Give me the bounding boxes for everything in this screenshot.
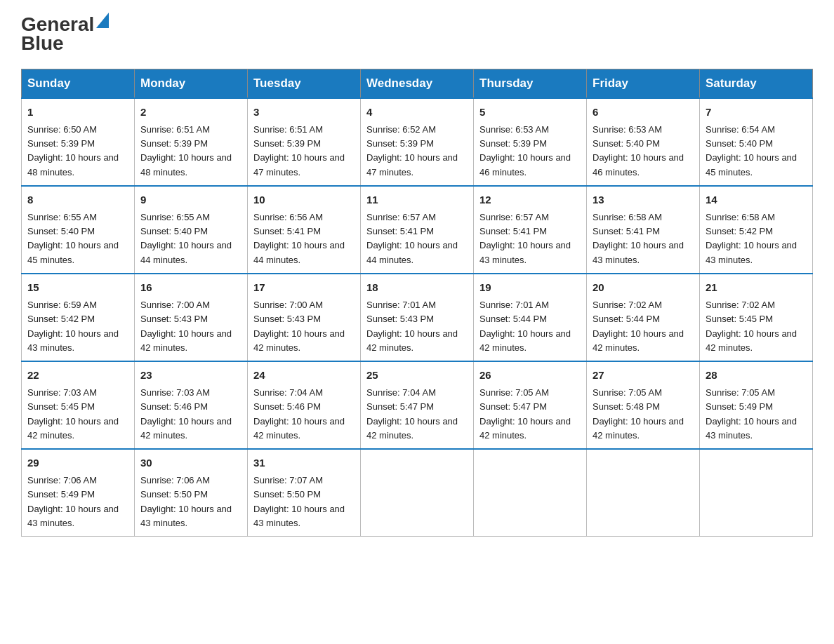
day-number: 29 [27, 455, 128, 471]
day-number: 4 [366, 105, 468, 121]
day-info: Sunrise: 7:07 AMSunset: 5:50 PMDaylight:… [253, 474, 355, 530]
day-info: Sunrise: 7:05 AMSunset: 5:48 PMDaylight:… [593, 386, 694, 443]
day-info: Sunrise: 7:02 AMSunset: 5:45 PMDaylight:… [706, 298, 807, 355]
day-info: Sunrise: 6:58 AMSunset: 5:42 PMDaylight:… [706, 210, 807, 267]
calendar-cell: 6Sunrise: 6:53 AMSunset: 5:40 PMDaylight… [587, 98, 700, 186]
calendar-cell: 30Sunrise: 7:06 AMSunset: 5:50 PMDayligh… [135, 449, 248, 537]
calendar-cell: 21Sunrise: 7:02 AMSunset: 5:45 PMDayligh… [700, 274, 813, 361]
day-info: Sunrise: 7:01 AMSunset: 5:43 PMDaylight:… [366, 298, 468, 355]
day-info: Sunrise: 7:01 AMSunset: 5:44 PMDaylight:… [479, 298, 581, 355]
header-saturday: Saturday [700, 69, 813, 98]
day-number: 11 [366, 192, 468, 208]
day-number: 28 [706, 368, 807, 384]
day-info: Sunrise: 6:57 AMSunset: 5:41 PMDaylight:… [479, 210, 581, 267]
day-info: Sunrise: 6:58 AMSunset: 5:41 PMDaylight:… [593, 210, 694, 267]
day-number: 26 [479, 368, 581, 384]
day-info: Sunrise: 7:03 AMSunset: 5:46 PMDaylight:… [140, 386, 241, 443]
day-info: Sunrise: 6:53 AMSunset: 5:40 PMDaylight:… [593, 123, 694, 180]
calendar-cell: 24Sunrise: 7:04 AMSunset: 5:46 PMDayligh… [248, 361, 361, 449]
calendar-cell: 15Sunrise: 6:59 AMSunset: 5:42 PMDayligh… [22, 274, 135, 361]
calendar-cell [474, 449, 587, 537]
calendar-week-row: 29Sunrise: 7:06 AMSunset: 5:49 PMDayligh… [22, 449, 813, 537]
calendar-cell: 7Sunrise: 6:54 AMSunset: 5:40 PMDaylight… [700, 98, 813, 186]
day-number: 7 [706, 105, 807, 121]
calendar-cell: 4Sunrise: 6:52 AMSunset: 5:39 PMDaylight… [361, 98, 474, 186]
calendar-week-row: 22Sunrise: 7:03 AMSunset: 5:45 PMDayligh… [22, 361, 813, 449]
calendar-header-row: SundayMondayTuesdayWednesdayThursdayFrid… [22, 69, 813, 98]
day-info: Sunrise: 7:04 AMSunset: 5:47 PMDaylight:… [366, 386, 468, 443]
header-friday: Friday [587, 69, 700, 98]
calendar-cell: 13Sunrise: 6:58 AMSunset: 5:41 PMDayligh… [587, 186, 700, 274]
header-monday: Monday [135, 69, 248, 98]
day-number: 14 [706, 192, 807, 208]
calendar-cell: 29Sunrise: 7:06 AMSunset: 5:49 PMDayligh… [22, 449, 135, 537]
page-header: General Blue [21, 14, 813, 55]
day-number: 13 [593, 192, 694, 208]
calendar-table: SundayMondayTuesdayWednesdayThursdayFrid… [21, 69, 813, 537]
day-info: Sunrise: 6:51 AMSunset: 5:39 PMDaylight:… [140, 123, 241, 180]
day-number: 6 [593, 105, 694, 121]
calendar-week-row: 1Sunrise: 6:50 AMSunset: 5:39 PMDaylight… [22, 98, 813, 186]
logo: General Blue [21, 14, 109, 55]
calendar-cell: 11Sunrise: 6:57 AMSunset: 5:41 PMDayligh… [361, 186, 474, 274]
calendar-cell: 17Sunrise: 7:00 AMSunset: 5:43 PMDayligh… [248, 274, 361, 361]
day-number: 31 [253, 455, 355, 471]
logo-text-blue: Blue [21, 32, 64, 54]
day-number: 1 [27, 105, 128, 121]
calendar-cell: 9Sunrise: 6:55 AMSunset: 5:40 PMDaylight… [135, 186, 248, 274]
day-number: 23 [140, 368, 241, 384]
day-number: 27 [593, 368, 694, 384]
day-info: Sunrise: 6:51 AMSunset: 5:39 PMDaylight:… [253, 123, 355, 180]
day-info: Sunrise: 6:53 AMSunset: 5:39 PMDaylight:… [479, 123, 581, 180]
day-number: 9 [140, 192, 241, 208]
calendar-cell: 26Sunrise: 7:05 AMSunset: 5:47 PMDayligh… [474, 361, 587, 449]
calendar-cell: 5Sunrise: 6:53 AMSunset: 5:39 PMDaylight… [474, 98, 587, 186]
day-info: Sunrise: 6:59 AMSunset: 5:42 PMDaylight:… [27, 298, 128, 355]
calendar-cell: 27Sunrise: 7:05 AMSunset: 5:48 PMDayligh… [587, 361, 700, 449]
day-number: 3 [253, 105, 355, 121]
day-number: 24 [253, 368, 355, 384]
day-info: Sunrise: 7:00 AMSunset: 5:43 PMDaylight:… [253, 298, 355, 355]
day-number: 19 [479, 280, 581, 296]
day-number: 12 [479, 192, 581, 208]
calendar-cell: 28Sunrise: 7:05 AMSunset: 5:49 PMDayligh… [700, 361, 813, 449]
calendar-cell: 20Sunrise: 7:02 AMSunset: 5:44 PMDayligh… [587, 274, 700, 361]
day-info: Sunrise: 6:50 AMSunset: 5:39 PMDaylight:… [27, 123, 128, 180]
calendar-cell [700, 449, 813, 537]
svg-marker-0 [96, 13, 109, 28]
header-thursday: Thursday [474, 69, 587, 98]
calendar-cell: 16Sunrise: 7:00 AMSunset: 5:43 PMDayligh… [135, 274, 248, 361]
calendar-cell: 19Sunrise: 7:01 AMSunset: 5:44 PMDayligh… [474, 274, 587, 361]
day-info: Sunrise: 7:00 AMSunset: 5:43 PMDaylight:… [140, 298, 241, 355]
header-sunday: Sunday [22, 69, 135, 98]
day-number: 18 [366, 280, 468, 296]
day-info: Sunrise: 6:55 AMSunset: 5:40 PMDaylight:… [140, 210, 241, 267]
day-number: 30 [140, 455, 241, 471]
calendar-week-row: 15Sunrise: 6:59 AMSunset: 5:42 PMDayligh… [22, 274, 813, 361]
day-info: Sunrise: 6:55 AMSunset: 5:40 PMDaylight:… [27, 210, 128, 267]
calendar-cell: 12Sunrise: 6:57 AMSunset: 5:41 PMDayligh… [474, 186, 587, 274]
day-info: Sunrise: 7:03 AMSunset: 5:45 PMDaylight:… [27, 386, 128, 443]
header-wednesday: Wednesday [361, 69, 474, 98]
day-info: Sunrise: 7:05 AMSunset: 5:47 PMDaylight:… [479, 386, 581, 443]
day-number: 20 [593, 280, 694, 296]
calendar-cell: 31Sunrise: 7:07 AMSunset: 5:50 PMDayligh… [248, 449, 361, 537]
day-number: 17 [253, 280, 355, 296]
logo-triangle-icon [96, 13, 109, 28]
day-number: 8 [27, 192, 128, 208]
day-number: 22 [27, 368, 128, 384]
calendar-cell: 25Sunrise: 7:04 AMSunset: 5:47 PMDayligh… [361, 361, 474, 449]
calendar-week-row: 8Sunrise: 6:55 AMSunset: 5:40 PMDaylight… [22, 186, 813, 274]
calendar-cell: 8Sunrise: 6:55 AMSunset: 5:40 PMDaylight… [22, 186, 135, 274]
day-info: Sunrise: 7:05 AMSunset: 5:49 PMDaylight:… [706, 386, 807, 443]
day-number: 25 [366, 368, 468, 384]
calendar-cell: 10Sunrise: 6:56 AMSunset: 5:41 PMDayligh… [248, 186, 361, 274]
calendar-cell: 22Sunrise: 7:03 AMSunset: 5:45 PMDayligh… [22, 361, 135, 449]
calendar-cell: 18Sunrise: 7:01 AMSunset: 5:43 PMDayligh… [361, 274, 474, 361]
day-info: Sunrise: 6:54 AMSunset: 5:40 PMDaylight:… [706, 123, 807, 180]
day-number: 21 [706, 280, 807, 296]
day-info: Sunrise: 7:04 AMSunset: 5:46 PMDaylight:… [253, 386, 355, 443]
day-info: Sunrise: 6:57 AMSunset: 5:41 PMDaylight:… [366, 210, 468, 267]
day-info: Sunrise: 7:02 AMSunset: 5:44 PMDaylight:… [593, 298, 694, 355]
calendar-cell: 1Sunrise: 6:50 AMSunset: 5:39 PMDaylight… [22, 98, 135, 186]
